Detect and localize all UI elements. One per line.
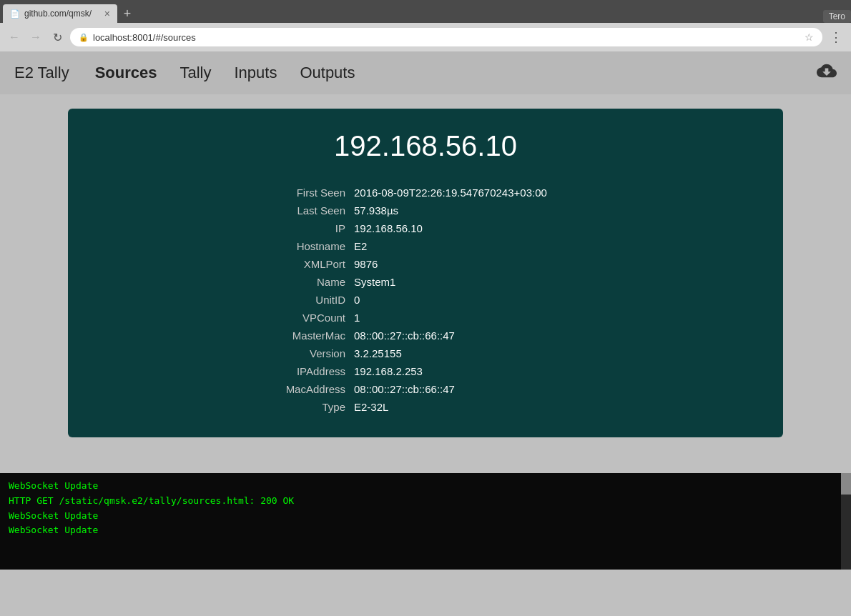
address-text: localhost:8001/#/sources (93, 32, 800, 43)
info-label: First Seen (211, 187, 354, 199)
info-value: E2-32L (354, 401, 388, 413)
nav-link-outputs[interactable]: Outputs (288, 51, 366, 94)
terminal-line: WebSocket Update (9, 479, 842, 494)
info-label: MacAddress (211, 383, 354, 395)
new-tab-button[interactable]: + (117, 4, 137, 23)
info-row: MacAddress08::00::27::cb::66::47 (211, 380, 640, 398)
cloud-download-icon (817, 61, 837, 85)
nav-brand[interactable]: E2 Tally (14, 64, 69, 82)
refresh-button[interactable]: ↻ (49, 29, 66, 46)
terminal-line: WebSocket Update (9, 523, 842, 538)
info-label: Last Seen (211, 204, 354, 217)
info-value: 3.2.25155 (354, 347, 402, 359)
info-value: 9876 (354, 258, 378, 270)
back-button[interactable]: ← (6, 29, 23, 46)
info-label: UnitID (211, 294, 354, 306)
info-value: 0 (354, 294, 360, 306)
terminal-line: WebSocket Update (9, 509, 842, 524)
info-value: 57.938µs (354, 204, 398, 217)
info-value: 08::00::27::cb::66::47 (354, 329, 455, 342)
info-card: 192.168.56.10 First Seen2016-08-09T22:26… (68, 109, 783, 437)
tab-title: github.com/qmsk/ (24, 9, 92, 19)
info-row: IPAddress192.168.2.253 (211, 362, 640, 380)
info-value: 1 (354, 312, 360, 324)
tab-page-icon: 📄 (10, 9, 20, 19)
terminal: WebSocket UpdateHTTP GET /static/qmsk.e2… (0, 473, 851, 570)
info-row: IP192.168.56.10 (211, 219, 640, 237)
nav-link-tally[interactable]: Tally (168, 51, 222, 94)
info-label: IPAddress (211, 365, 354, 377)
scrollbar[interactable] (841, 473, 851, 570)
info-row: MasterMac08::00::27::cb::66::47 (211, 327, 640, 344)
info-table: First Seen2016-08-09T22:26:19.547670243+… (211, 184, 640, 416)
info-label: IP (211, 222, 354, 234)
nav-link-inputs[interactable]: Inputs (222, 51, 288, 94)
info-row: UnitID0 (211, 291, 640, 309)
info-row: Last Seen57.938µs (211, 202, 640, 219)
info-row: VPCount1 (211, 309, 640, 327)
info-label: Version (211, 347, 354, 359)
info-row: XMLPort9876 (211, 255, 640, 273)
info-value: 192.168.2.253 (354, 365, 423, 377)
info-value: System1 (354, 276, 395, 288)
info-row: TypeE2-32L (211, 398, 640, 416)
tab-bar: 📄 github.com/qmsk/ × + Tero (0, 0, 851, 23)
address-bar[interactable]: 🔒 localhost:8001/#/sources ☆ (70, 28, 822, 46)
user-badge: Tero (823, 10, 851, 23)
info-label: Type (211, 401, 354, 413)
tab-close-button[interactable]: × (104, 8, 110, 19)
nav-link-sources[interactable]: Sources (84, 51, 169, 94)
info-value: 2016-08-09T22:26:19.547670243+03:00 (354, 187, 547, 199)
info-label: MasterMac (211, 329, 354, 342)
browser-menu-button[interactable]: ⋮ (827, 29, 845, 45)
app-navbar: E2 Tally Sources Tally Inputs Outputs (0, 51, 851, 94)
info-label: VPCount (211, 312, 354, 324)
main-content: 192.168.56.10 First Seen2016-08-09T22:26… (0, 94, 851, 473)
info-label: XMLPort (211, 258, 354, 270)
active-tab[interactable]: 📄 github.com/qmsk/ × (3, 4, 117, 23)
info-label: Hostname (211, 240, 354, 252)
info-row: HostnameE2 (211, 237, 640, 255)
info-row: NameSystem1 (211, 273, 640, 291)
info-value: 192.168.56.10 (354, 222, 423, 234)
info-value: 08::00::27::cb::66::47 (354, 383, 455, 395)
scrollbar-thumb[interactable] (841, 473, 851, 495)
lock-icon: 🔒 (79, 33, 89, 42)
address-bar-row: ← → ↻ 🔒 localhost:8001/#/sources ☆ ⋮ (0, 23, 851, 51)
info-value: E2 (354, 240, 367, 252)
bookmark-icon[interactable]: ☆ (805, 31, 814, 43)
info-row: Version3.2.25155 (211, 344, 640, 362)
forward-button[interactable]: → (27, 29, 44, 46)
address-actions: ☆ (805, 31, 814, 43)
terminal-line: HTTP GET /static/qmsk.e2/tally/sources.h… (9, 494, 842, 509)
card-title: 192.168.56.10 (97, 130, 754, 162)
info-label: Name (211, 276, 354, 288)
info-row: First Seen2016-08-09T22:26:19.547670243+… (211, 184, 640, 202)
